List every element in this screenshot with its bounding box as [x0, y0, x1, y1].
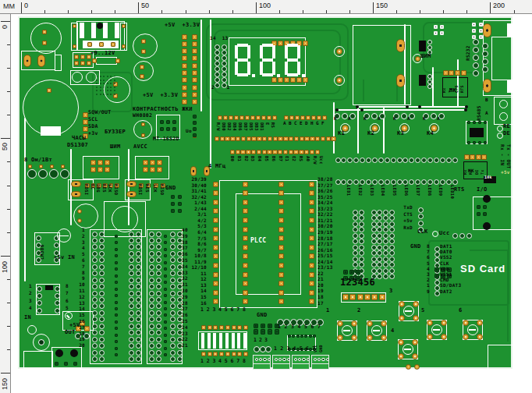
pad [83, 126, 88, 132]
pad [309, 235, 314, 241]
pad [170, 330, 176, 335]
ruler-label: 50 [141, 2, 149, 9]
pad [98, 167, 103, 172]
pad [74, 61, 79, 66]
silk-label: RTS [460, 85, 464, 93]
pad [383, 262, 388, 267]
pad [50, 165, 54, 168]
pad [156, 291, 161, 296]
pad [265, 346, 271, 352]
pad [452, 179, 458, 185]
silk-label: 3 [291, 324, 294, 330]
silk-label: B5 [264, 156, 268, 161]
pad [99, 317, 105, 322]
pad [473, 70, 479, 76]
pad [379, 294, 385, 300]
pin-label: 32 [182, 276, 188, 281]
pad [157, 167, 162, 172]
pin-label: 36/26 [317, 189, 333, 193]
pad [243, 281, 248, 286]
pad [236, 150, 241, 155]
pad [156, 284, 161, 289]
pad [129, 232, 134, 237]
pad [192, 85, 197, 90]
silk-label: K [364, 116, 367, 121]
pad [157, 160, 162, 165]
pad [215, 55, 220, 61]
pad [61, 165, 65, 168]
pad [391, 158, 396, 163]
pad [353, 221, 358, 227]
pad [440, 25, 444, 29]
pad [136, 278, 141, 283]
pad [479, 35, 483, 39]
component-body [507, 80, 514, 93]
pad [372, 158, 378, 163]
pad [243, 208, 248, 214]
pad [164, 267, 167, 271]
pad [136, 337, 141, 342]
pad [389, 221, 395, 227]
seven-seg-segment [287, 73, 298, 76]
pad [222, 44, 227, 50]
silk-label: Tx [481, 169, 484, 175]
seven-seg-segment [287, 58, 298, 62]
ruler-label: 50 [2, 143, 9, 150]
component-outline [72, 72, 83, 83]
pad [149, 310, 154, 316]
silk-label: GND [257, 313, 268, 318]
pad [37, 300, 42, 306]
silk-label: 3 [212, 359, 215, 364]
pad [299, 150, 304, 155]
pad [126, 181, 137, 187]
silk-label: D [305, 121, 308, 126]
pad [371, 257, 377, 262]
pad [463, 334, 469, 340]
pad [99, 343, 105, 349]
pad [278, 299, 284, 304]
silk-label: MOSI [83, 184, 88, 195]
ruler-tick [7, 209, 10, 210]
pad [129, 310, 134, 316]
pad [115, 241, 118, 244]
pad [99, 350, 105, 356]
pad [74, 55, 79, 59]
silk-label: 2 [280, 346, 283, 352]
pad [473, 39, 479, 45]
silk-label: B [485, 97, 488, 102]
pad [377, 221, 382, 227]
pad [389, 257, 395, 262]
pin-label: 38 [182, 240, 188, 245]
copper-trace [507, 250, 509, 342]
pad [115, 353, 118, 356]
jumper-wire [24, 118, 26, 281]
silk-label: 5 [304, 324, 307, 330]
pad [92, 297, 98, 303]
pad [92, 343, 98, 349]
pad [232, 325, 236, 330]
pin-label: 2 [422, 278, 430, 282]
pad [243, 272, 248, 278]
silk-label: PLCC [250, 238, 266, 244]
pad [383, 227, 388, 232]
silk-label: 1 [278, 324, 281, 330]
pad [215, 61, 220, 66]
silk-label: A [437, 116, 440, 121]
pad [122, 44, 126, 48]
terminal-hole [259, 358, 262, 361]
pad [409, 158, 414, 163]
silk-label: Tx - OUT [506, 144, 511, 168]
pad [192, 41, 197, 47]
pcb-canvas[interactable]: +5V +3.3V+9..12VКОНТРАСТНОСТЬ ЖКИWH0802M… [0, 0, 532, 393]
pad [149, 284, 154, 289]
pad [156, 350, 161, 356]
pad [164, 313, 167, 317]
pad [100, 76, 101, 77]
seven-seg-segment [260, 45, 263, 58]
pad [243, 190, 248, 196]
silk-label: WH0802 [133, 113, 152, 119]
pad [215, 72, 220, 77]
pad [315, 150, 321, 155]
silk-label: GND [410, 244, 421, 250]
pad [278, 290, 284, 296]
